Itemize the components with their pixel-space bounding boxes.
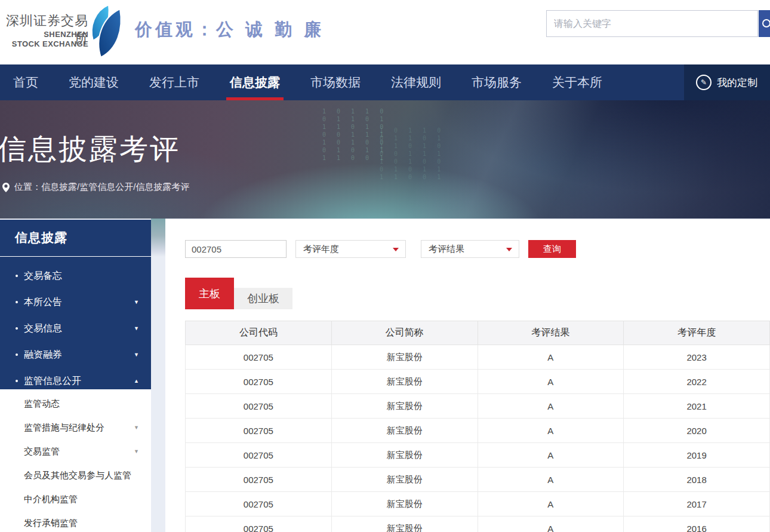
sidebar-submenu-item[interactable]: 交易监管 ▼ [0, 439, 151, 463]
column-header: 考评年度 [624, 321, 770, 345]
nav-item[interactable]: 首页 [13, 64, 38, 100]
company-name-cell: 新宝股份 [331, 492, 478, 516]
company-name-cell: 新宝股份 [331, 370, 478, 394]
dropdown-arrow-icon [393, 248, 399, 251]
column-header: 公司代码 [186, 321, 332, 345]
table-row[interactable]: 002705 新宝股份 A 2017 [186, 492, 770, 516]
sidebar-item[interactable]: 交易信息 ▼ [0, 315, 151, 342]
logo-english-name: SHENZHEN STOCK EXCHANGE [0, 30, 88, 49]
chevron-icon[interactable]: ▼ [134, 342, 139, 368]
search-icon [762, 19, 770, 27]
nav-item-label: 关于本所 [552, 75, 602, 89]
nav-item[interactable]: 市场数据 [310, 64, 361, 100]
evaluation-result-cell: A [478, 492, 624, 516]
evaluation-year-select-label: 考评年度 [303, 244, 339, 254]
evaluation-result-cell: A [478, 516, 624, 532]
breadcrumb: 位置：信息披露/监管信息公开/信息披露考评 [2, 182, 189, 193]
company-code-cell: 002705 [186, 516, 332, 532]
site-header: 深圳证券交易所 SHENZHEN STOCK EXCHANGE 价值观：公 诚 … [0, 0, 770, 64]
evaluation-result-select-label: 考评结果 [429, 244, 464, 254]
evaluation-year-cell: 2019 [624, 443, 770, 468]
sidebar-submenu-item[interactable]: 发行承销监管 [0, 511, 151, 532]
table-row[interactable]: 002705 新宝股份 A 2021 [186, 394, 770, 419]
main-navigation: 首页 党的建设 发行上市 信息披露 市场数据 法律 [0, 64, 770, 100]
chevron-icon[interactable]: ▼ [134, 416, 139, 439]
nav-item[interactable]: 市场服务 [472, 64, 522, 100]
table-row[interactable]: 002705 新宝股份 A 2018 [186, 468, 770, 492]
evaluation-table: 公司代码 公司简称 考评结果 考评年度 002705 新宝股份 A [185, 321, 770, 532]
site-search-box [546, 10, 758, 37]
company-code-cell: 002705 [186, 394, 332, 419]
sidebar-submenu-item[interactable]: 监管措施与纪律处分 ▼ [0, 416, 151, 439]
sidebar-item[interactable]: 融资融券 ▼ [0, 342, 151, 368]
table-row[interactable]: 002705 新宝股份 A 2020 [186, 419, 770, 443]
company-code-input[interactable] [185, 240, 287, 258]
sidebar-submenu-item[interactable]: 监管动态 [0, 392, 151, 416]
evaluation-result-select[interactable]: 考评结果 [421, 240, 519, 258]
evaluation-content-panel: 考评年度 考评结果 查询 主板 创业板 公司代码 公司简称 考评结果 [165, 219, 770, 532]
evaluation-result-cell: A [478, 394, 624, 419]
nav-item[interactable]: 发行上市 [149, 64, 199, 100]
header-row: 公司代码 公司简称 考评结果 考评年度 [186, 321, 770, 345]
nav-item-label: 市场数据 [310, 75, 361, 89]
sidebar-title: 信息披露 [0, 220, 151, 247]
nav-item[interactable]: 关于本所 [552, 64, 602, 100]
binary-code-decoration: 1 0 1 1 0 0 1 1 0 1 1 1 0 1 0 0 0 1 1 1 … [380, 127, 444, 181]
sidebar-item[interactable]: 本所公告 ▼ [0, 289, 151, 315]
szse-disclosure-evaluation-page: 深圳证券交易所 SHENZHEN STOCK EXCHANGE 价值观：公 诚 … [0, 0, 770, 532]
table-row[interactable]: 002705 新宝股份 A 2016 [186, 516, 770, 532]
sidebar-item[interactable]: 交易备忘 [0, 263, 151, 289]
nav-item-list: 首页 党的建设 发行上市 信息披露 市场数据 法律 [0, 64, 770, 100]
sidebar-submenu-label: 会员及其他交易参与人监管 [24, 470, 131, 480]
company-name-cell: 新宝股份 [331, 394, 478, 419]
breadcrumb-text: 位置：信息披露/监管信息公开/信息披露考评 [14, 182, 189, 193]
nav-item[interactable]: 党的建设 [69, 64, 119, 100]
chevron-icon[interactable]: ▼ [134, 315, 139, 342]
values-slogan: 价值观：公 诚 勤 廉 [135, 18, 324, 42]
site-search-input[interactable] [547, 11, 757, 36]
dropdown-arrow-icon [506, 248, 512, 251]
chevron-icon[interactable]: ▼ [134, 439, 139, 463]
query-button[interactable]: 查询 [528, 240, 576, 258]
nav-item[interactable]: 法律规则 [391, 64, 441, 100]
evaluation-year-cell: 2018 [624, 468, 770, 492]
bullet-icon [16, 275, 18, 277]
sidebar-disclosure-menu: 信息披露 交易备忘 本所公告 ▼ 交易信息 ▼ [0, 220, 151, 389]
bullet-icon [16, 353, 18, 356]
nav-item-label: 市场服务 [472, 75, 522, 89]
company-code-cell: 002705 [186, 370, 332, 394]
tab-main-board[interactable]: 主板 [185, 278, 234, 309]
table-row[interactable]: 002705 新宝股份 A 2022 [186, 370, 770, 394]
sidebar-item-label: 融资融券 [24, 349, 62, 359]
sidebar-submenu-label: 监管措施与纪律处分 [24, 422, 104, 432]
chevron-icon[interactable]: ▼ [134, 289, 139, 315]
bullet-icon [16, 380, 18, 382]
sidebar-submenu-item[interactable]: 会员及其他交易参与人监管 [0, 463, 151, 487]
nav-item-label: 信息披露 [230, 75, 280, 89]
my-customization-button[interactable]: ✎ 我的定制 [684, 64, 770, 100]
sidebar-item-label: 本所公告 [24, 297, 62, 307]
evaluation-result-cell: A [478, 468, 624, 492]
evaluation-year-cell: 2022 [624, 370, 770, 394]
evaluation-year-cell: 2016 [624, 516, 770, 532]
bullet-icon [16, 327, 18, 330]
nav-item[interactable]: 信息披露 [230, 64, 280, 100]
table-row[interactable]: 002705 新宝股份 A 2023 [186, 345, 770, 370]
company-code-cell: 002705 [186, 345, 332, 370]
sidebar-item-label: 监管信息公开 [24, 376, 81, 386]
sidebar-submenu-label: 发行承销监管 [24, 518, 78, 528]
column-header: 考评结果 [478, 321, 624, 345]
evaluation-result-cell: A [478, 370, 624, 394]
banner-image-strip [151, 219, 165, 257]
table-row[interactable]: 002705 新宝股份 A 2019 [186, 443, 770, 468]
company-name-cell: 新宝股份 [331, 443, 478, 468]
sidebar-submenu-label: 中介机构监管 [24, 494, 78, 504]
site-search-button[interactable] [759, 10, 770, 37]
sidebar-item-label: 交易备忘 [24, 270, 62, 281]
column-header: 公司简称 [331, 321, 478, 345]
sidebar-submenu-item[interactable]: 中介机构监管 [0, 487, 151, 511]
my-customization-label: 我的定制 [717, 76, 757, 90]
evaluation-year-select[interactable]: 考评年度 [295, 240, 406, 258]
sidebar-submenu-label: 监管动态 [24, 398, 60, 408]
tab-chinext-board[interactable]: 创业板 [234, 288, 292, 309]
